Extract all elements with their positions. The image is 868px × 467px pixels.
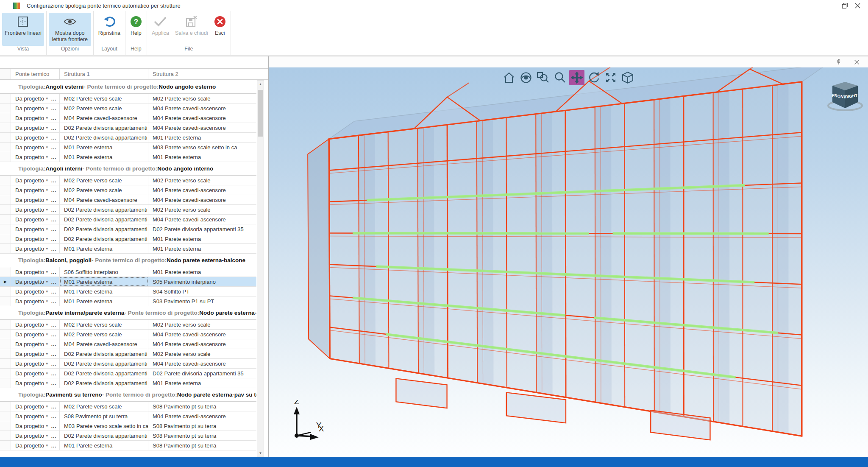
ponte-termico-cell[interactable]: Da progetto▾…: [11, 421, 60, 431]
dropdown-arrow-icon[interactable]: ▾: [46, 424, 48, 428]
ponte-termico-cell[interactable]: Da progetto▾…: [11, 244, 60, 253]
ellipsis-button[interactable]: …: [51, 341, 56, 347]
ellipsis-button[interactable]: …: [51, 207, 56, 213]
ponte-termico-cell[interactable]: Da progetto▾…: [11, 152, 60, 162]
ponte-termico-cell[interactable]: Da progetto▾…: [11, 205, 60, 214]
ponte-termico-cell[interactable]: Da progetto▾…: [11, 359, 60, 368]
dropdown-arrow-icon[interactable]: ▾: [46, 280, 48, 284]
struttura2-cell[interactable]: S08 Pavimento pt su terra: [148, 431, 256, 440]
table-row[interactable]: Da progetto▾…D02 Parete divisoria appart…: [0, 215, 256, 224]
ellipsis-button[interactable]: …: [51, 134, 56, 141]
ponte-termico-cell[interactable]: Da progetto▾…: [11, 267, 60, 277]
ellipsis-button[interactable]: …: [51, 361, 56, 367]
table-row[interactable]: Da progetto▾…D02 Parete divisoria appart…: [0, 205, 256, 215]
table-row[interactable]: Da progetto▾…M01 Parete esternaM03 Paret…: [0, 143, 256, 152]
ripristina-button[interactable]: Ripristina: [96, 13, 123, 46]
dropdown-arrow-icon[interactable]: ▾: [46, 188, 48, 192]
ponte-termico-cell[interactable]: Da progetto▾…: [11, 349, 60, 358]
dropdown-arrow-icon[interactable]: ▾: [46, 381, 48, 385]
struttura1-cell[interactable]: M02 Parete verso scale: [60, 330, 148, 339]
dropdown-arrow-icon[interactable]: ▾: [46, 361, 48, 366]
struttura1-cell[interactable]: M01 Parete esterna: [60, 441, 148, 450]
table-row[interactable]: Da progetto▾…M01 Parete esternaM01 Paret…: [0, 244, 256, 254]
dropdown-arrow-icon[interactable]: ▾: [46, 96, 48, 101]
table-scrollbar[interactable]: ▲ ▼: [257, 80, 264, 457]
table-row[interactable]: Da progetto▾…D02 Parete divisoria appart…: [0, 349, 256, 359]
struttura2-cell[interactable]: M04 Parete cavedi-ascensore: [148, 103, 256, 113]
ellipsis-button[interactable]: …: [51, 187, 56, 193]
struttura1-cell[interactable]: D02 Parete divisoria appartamenti 35: [60, 215, 148, 224]
dropdown-arrow-icon[interactable]: ▾: [46, 342, 48, 346]
table-row[interactable]: Da progetto▾…M01 Parete esternaS04 Soffi…: [0, 287, 256, 296]
ellipsis-button[interactable]: …: [51, 279, 56, 285]
struttura1-cell[interactable]: M01 Parete esterna: [60, 143, 148, 152]
table-row[interactable]: Da progetto▾…M02 Parete verso scaleM04 P…: [0, 103, 256, 113]
ellipsis-button[interactable]: …: [51, 413, 56, 419]
table-row[interactable]: Da progetto▾…M02 Parete verso scaleM04 P…: [0, 185, 256, 195]
dropdown-arrow-icon[interactable]: ▾: [46, 217, 48, 221]
table-row[interactable]: Da progetto▾…M03 Parete verso scale sett…: [0, 421, 256, 431]
table-row[interactable]: Da progetto▾…D02 Parete divisoria appart…: [0, 123, 256, 133]
orbit-icon[interactable]: [586, 70, 601, 85]
table-row[interactable]: Da progetto▾…S06 Soffitto interpianoM01 …: [0, 267, 256, 277]
struttura1-cell[interactable]: M02 Parete verso scale: [60, 402, 148, 411]
ponte-termico-cell[interactable]: Da progetto▾…: [11, 143, 60, 152]
table-row[interactable]: ▶Da progetto▾…M01 Parete esternaS05 Pavi…: [0, 277, 256, 287]
ponte-termico-cell[interactable]: Da progetto▾…: [11, 339, 60, 349]
ellipsis-button[interactable]: …: [51, 288, 56, 295]
dropdown-arrow-icon[interactable]: ▾: [46, 322, 48, 327]
struttura1-cell[interactable]: D02 Parete divisoria appartamenti 35: [60, 359, 148, 368]
struttura2-cell[interactable]: M02 Parete verso scale: [148, 94, 256, 103]
struttura1-cell[interactable]: M04 Parete cavedi-ascensore: [60, 113, 148, 123]
scroll-down-icon[interactable]: ▼: [257, 450, 264, 456]
zoom-fit-icon[interactable]: [603, 70, 618, 85]
struttura1-cell[interactable]: M01 Parete esterna: [60, 277, 148, 286]
struttura1-cell[interactable]: D02 Parete divisoria appartamenti 35: [60, 224, 148, 234]
dropdown-arrow-icon[interactable]: ▾: [46, 433, 48, 438]
column-header-struttura1[interactable]: Struttura 1: [60, 69, 148, 79]
struttura2-cell[interactable]: M01 Parete esterna: [148, 244, 256, 253]
struttura1-cell[interactable]: D02 Parete divisoria appartamenti 35: [60, 123, 148, 132]
struttura2-cell[interactable]: M04 Parete cavedi-ascensore: [148, 123, 256, 132]
struttura1-cell[interactable]: S08 Pavimento pt su terra: [60, 411, 148, 421]
struttura2-cell[interactable]: S08 Pavimento pt su terra: [148, 441, 256, 450]
struttura1-cell[interactable]: M03 Parete verso scale setto in ca: [60, 421, 148, 431]
struttura1-cell[interactable]: M01 Parete esterna: [60, 152, 148, 162]
ellipsis-button[interactable]: …: [51, 177, 56, 184]
struttura1-cell[interactable]: D02 Parete divisoria appartamenti 35: [60, 205, 148, 214]
struttura2-cell[interactable]: M01 Parete esterna: [148, 133, 256, 142]
struttura2-cell[interactable]: D02 Parete divisoria appartamenti 35: [148, 224, 256, 234]
ponte-termico-cell[interactable]: Da progetto▾…: [11, 103, 60, 113]
ellipsis-button[interactable]: …: [51, 154, 56, 160]
close-icon[interactable]: [851, 1, 864, 10]
ponte-termico-cell[interactable]: Da progetto▾…: [11, 441, 60, 450]
table-row[interactable]: Da progetto▾…D02 Parete divisoria appart…: [0, 431, 256, 441]
table-row[interactable]: Da progetto▾…S08 Pavimento pt su terraM0…: [0, 411, 256, 421]
dropdown-arrow-icon[interactable]: ▾: [46, 207, 48, 212]
struttura2-cell[interactable]: M01 Parete esterna: [148, 267, 256, 277]
ellipsis-button[interactable]: …: [51, 322, 56, 328]
dropdown-arrow-icon[interactable]: ▾: [46, 178, 48, 182]
struttura2-cell[interactable]: M04 Parete cavedi-ascensore: [148, 339, 256, 349]
dropdown-arrow-icon[interactable]: ▾: [46, 116, 48, 120]
ponte-termico-cell[interactable]: Da progetto▾…: [11, 320, 60, 329]
dropdown-arrow-icon[interactable]: ▾: [46, 443, 48, 447]
struttura2-cell[interactable]: M02 Parete verso scale: [148, 176, 256, 185]
ellipsis-button[interactable]: …: [51, 115, 56, 121]
help-button[interactable]: ? Help: [128, 13, 145, 46]
ellipsis-button[interactable]: …: [51, 246, 56, 252]
struttura1-cell[interactable]: M02 Parete verso scale: [60, 185, 148, 195]
esci-button[interactable]: Esci: [211, 13, 228, 46]
struttura2-cell[interactable]: M04 Parete cavedi-ascensore: [148, 185, 256, 195]
struttura1-cell[interactable]: M01 Parete esterna: [60, 244, 148, 253]
ellipsis-button[interactable]: …: [51, 197, 56, 203]
struttura1-cell[interactable]: M02 Parete verso scale: [60, 103, 148, 113]
struttura2-cell[interactable]: M04 Parete cavedi-ascensore: [148, 215, 256, 224]
ponte-termico-cell[interactable]: Da progetto▾…: [11, 215, 60, 224]
struttura1-cell[interactable]: M02 Parete verso scale: [60, 176, 148, 185]
struttura2-cell[interactable]: D02 Parete divisoria appartamenti 35: [148, 369, 256, 378]
ellipsis-button[interactable]: …: [51, 95, 56, 102]
column-header-struttura2[interactable]: Struttura 2: [148, 69, 268, 79]
table-row[interactable]: Da progetto▾…M02 Parete verso scaleM02 P…: [0, 94, 256, 103]
dropdown-arrow-icon[interactable]: ▾: [46, 135, 48, 140]
